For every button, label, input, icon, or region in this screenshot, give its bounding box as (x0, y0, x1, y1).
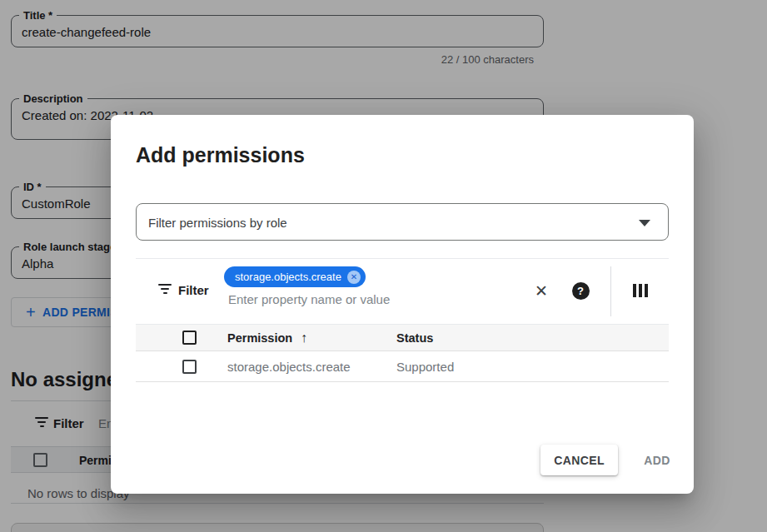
table-row[interactable]: storage.objects.create Supported (136, 352, 669, 382)
filter-chip-label: storage.objects.create (235, 271, 341, 283)
help-icon: ? (572, 282, 590, 300)
row-checkbox[interactable] (182, 360, 197, 374)
columns-icon (633, 284, 648, 297)
chip-remove-icon[interactable]: ✕ (347, 271, 361, 284)
close-icon: ✕ (535, 281, 548, 301)
permission-column-header[interactable]: Permission (227, 331, 292, 345)
filter-help-button[interactable]: ? (571, 281, 590, 300)
modal-filter-label: Filter (178, 283, 209, 297)
toolbar-divider (610, 266, 611, 316)
filter-chip[interactable]: storage.objects.create ✕ (224, 266, 366, 287)
select-all-checkbox[interactable] (182, 331, 197, 345)
role-filter-dropdown-value: Filter permissions by role (148, 215, 287, 229)
add-button[interactable]: ADD (634, 445, 680, 475)
toolbar-top-divider (136, 258, 669, 259)
row-status-cell: Supported (396, 360, 454, 374)
modal-filter-input[interactable] (228, 292, 503, 306)
modal-table-header: Permission ↑ Status (136, 324, 669, 351)
dialog-title: Add permissions (136, 142, 305, 167)
cancel-button[interactable]: CANCEL (540, 445, 618, 475)
add-permissions-dialog: Add permissions Filter permissions by ro… (111, 115, 694, 494)
status-column-header[interactable]: Status (396, 331, 433, 345)
role-filter-dropdown[interactable]: Filter permissions by role (136, 203, 669, 241)
row-permission-cell: storage.objects.create (227, 360, 351, 374)
chevron-down-icon (639, 220, 650, 226)
clear-filter-button[interactable]: ✕ (531, 281, 551, 301)
column-display-button[interactable] (630, 284, 650, 297)
sort-ascending-icon[interactable]: ↑ (301, 331, 307, 346)
filter-icon (158, 284, 172, 294)
